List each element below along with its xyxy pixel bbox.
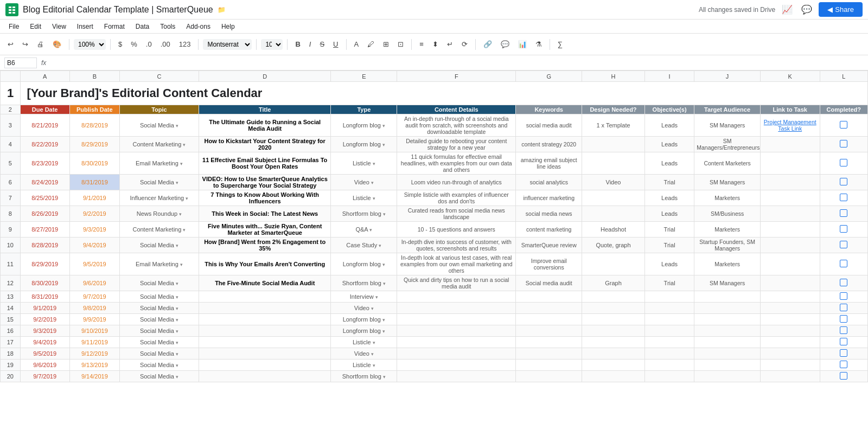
cell-topic[interactable]: Email Marketing ▾ — [119, 152, 199, 175]
cell-title[interactable]: Five Minutes with... Suzie Ryan, Content… — [199, 222, 330, 238]
cell-objectives[interactable]: Leads — [644, 190, 694, 206]
strikethrough-button[interactable]: S — [316, 38, 328, 50]
checkbox-cell[interactable] — [840, 292, 847, 300]
cell-type[interactable]: Case Study ▾ — [331, 238, 397, 253]
share-button[interactable]: ◀ Share — [819, 2, 863, 17]
cell-target[interactable] — [694, 314, 761, 325]
merge-button[interactable]: ⊡ — [394, 38, 407, 50]
cell-publish-date[interactable]: 9/3/2019 — [69, 222, 119, 238]
cell-objectives[interactable] — [644, 325, 694, 337]
cell-objectives[interactable] — [644, 348, 694, 360]
cell-design[interactable]: 1 x Template — [582, 114, 645, 137]
cell-link[interactable] — [760, 152, 820, 175]
cell-design[interactable]: Quote, graph — [582, 238, 645, 253]
link-button[interactable]: 🔗 — [480, 38, 495, 50]
cell-topic[interactable]: Social Media ▾ — [119, 303, 199, 314]
cell-target[interactable] — [694, 348, 761, 360]
col-header-A[interactable]: A — [20, 71, 69, 82]
cell-publish-date[interactable]: 9/11/2019 — [69, 337, 119, 348]
cell-title[interactable] — [199, 303, 330, 314]
cell-publish-date[interactable]: 9/10/2019 — [69, 325, 119, 337]
font-select[interactable]: MontserratArialTimes New Roman — [203, 39, 252, 50]
cell-completed[interactable] — [820, 253, 867, 275]
chart-icon-btn[interactable]: 📈 — [780, 2, 795, 17]
cell-completed[interactable] — [820, 371, 867, 382]
cell-title[interactable] — [199, 291, 330, 303]
dropdown-arrow[interactable]: ▾ — [371, 306, 374, 311]
cell-type[interactable]: Shortform blog ▾ — [331, 371, 397, 382]
cell-objectives[interactable]: Leads — [644, 206, 694, 222]
cell-content[interactable] — [397, 291, 516, 303]
cell-keywords[interactable]: social analytics — [516, 175, 582, 190]
cell-type[interactable]: Longform blog ▾ — [331, 325, 397, 337]
cell-type[interactable]: Longform blog ▾ — [331, 253, 397, 275]
dropdown-arrow[interactable]: ▾ — [382, 142, 385, 147]
checkbox-cell[interactable] — [840, 225, 847, 233]
cell-completed[interactable] — [820, 190, 867, 206]
cell-content[interactable]: Detailed guide to rebooting your content… — [397, 137, 516, 152]
cell-content[interactable]: Curated reads from social media news lan… — [397, 206, 516, 222]
menu-edit[interactable]: Edit — [25, 22, 46, 31]
cell-title[interactable]: This Week in Social: The Latest News — [199, 206, 330, 222]
rotate-button[interactable]: ⟳ — [458, 38, 471, 50]
checkbox-cell[interactable] — [840, 349, 847, 357]
cell-due-date[interactable]: 8/24/2019 — [20, 175, 69, 190]
cell-design[interactable]: Graph — [582, 275, 645, 291]
cell-type[interactable]: Shortform blog ▾ — [331, 275, 397, 291]
cell-topic[interactable]: Social Media ▾ — [119, 291, 199, 303]
cell-publish-date[interactable]: 9/13/2019 — [69, 360, 119, 371]
cell-design[interactable]: Video — [582, 175, 645, 190]
print-button[interactable]: 🖨 — [34, 38, 47, 50]
dropdown-arrow[interactable]: ▾ — [382, 317, 385, 323]
header-content-details[interactable]: Content Details — [397, 105, 516, 114]
cell-due-date[interactable]: 8/28/2019 — [20, 238, 69, 253]
dropdown-arrow[interactable]: ▾ — [176, 123, 178, 129]
cell-objectives[interactable]: Trial — [644, 238, 694, 253]
cell-design[interactable] — [582, 325, 645, 337]
cell-completed[interactable] — [820, 222, 867, 238]
cell-completed[interactable] — [820, 348, 867, 360]
dropdown-arrow[interactable]: ▾ — [371, 180, 374, 185]
cell-target[interactable]: SM/Business — [694, 206, 761, 222]
cell-target[interactable]: SM Managers — [694, 114, 761, 137]
cell-target[interactable]: Marketers — [694, 222, 761, 238]
dropdown-arrow[interactable]: ▾ — [176, 317, 178, 323]
cell-design[interactable] — [582, 337, 645, 348]
checkbox-cell[interactable] — [840, 260, 847, 267]
checkbox-cell[interactable] — [840, 194, 847, 201]
comment-button[interactable]: 💬 — [497, 38, 513, 50]
cell-publish-date[interactable]: 9/2/2019 — [69, 206, 119, 222]
cell-type[interactable]: Longform blog ▾ — [331, 137, 397, 152]
cell-title[interactable] — [199, 314, 330, 325]
cell-keywords[interactable]: influencer marketing — [516, 190, 582, 206]
cell-design[interactable] — [582, 291, 645, 303]
cell-content[interactable] — [397, 314, 516, 325]
cell-due-date[interactable]: 8/23/2019 — [20, 152, 69, 175]
cell-due-date[interactable]: 8/30/2019 — [20, 275, 69, 291]
cell-target[interactable]: Content Marketers — [694, 152, 761, 175]
cell-target[interactable]: SM Managers — [694, 175, 761, 190]
cell-keywords[interactable] — [516, 314, 582, 325]
header-design[interactable]: Design Needed? — [582, 105, 645, 114]
cell-target[interactable]: Marketers — [694, 190, 761, 206]
cell-design[interactable] — [582, 137, 645, 152]
cell-objectives[interactable]: Trial — [644, 275, 694, 291]
header-link-to-task[interactable]: Link to Task — [760, 105, 820, 114]
cell-keywords[interactable]: amazing email subject line ideas — [516, 152, 582, 175]
cell-publish-date[interactable]: 9/6/2019 — [69, 275, 119, 291]
cell-title[interactable] — [199, 348, 330, 360]
col-header-I[interactable]: I — [644, 71, 694, 82]
cell-design[interactable] — [582, 206, 645, 222]
cell-link[interactable] — [760, 206, 820, 222]
cell-link[interactable] — [760, 222, 820, 238]
dropdown-arrow[interactable]: ▾ — [371, 351, 374, 357]
dropdown-arrow[interactable]: ▾ — [383, 211, 386, 217]
cell-completed[interactable] — [820, 275, 867, 291]
cell-title[interactable]: How [Brand] Went from 2% Engagement to 3… — [199, 238, 330, 253]
cell-topic[interactable]: Influencer Marketing ▾ — [119, 190, 199, 206]
cell-topic[interactable]: Social Media ▾ — [119, 337, 199, 348]
dropdown-arrow[interactable]: ▾ — [373, 340, 375, 345]
checkbox-cell[interactable] — [840, 304, 847, 311]
col-header-D[interactable]: D — [199, 71, 330, 82]
col-header-G[interactable]: G — [516, 71, 582, 82]
